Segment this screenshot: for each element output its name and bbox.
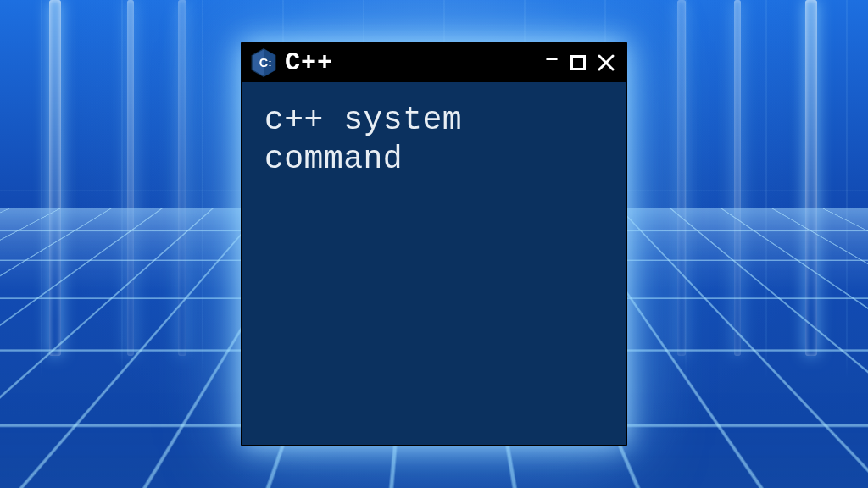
svg-text:C: C — [259, 56, 268, 69]
terminal-text-line: command — [264, 141, 403, 177]
svg-rect-5 — [572, 57, 585, 69]
maximize-button[interactable] — [570, 54, 587, 71]
titlebar[interactable]: C + + C++ – — [242, 43, 626, 82]
terminal-window-glow: C + + C++ – — [241, 42, 627, 446]
terminal-body[interactable]: c++ system command — [242, 82, 626, 445]
minimize-button[interactable]: – — [544, 47, 559, 72]
cpp-logo-icon: C + + — [251, 48, 276, 77]
window-title: C++ — [285, 48, 333, 77]
close-button[interactable] — [597, 53, 615, 72]
title-left-group: C + + C++ — [251, 48, 333, 77]
window-controls: – — [544, 50, 615, 75]
svg-text:+: + — [269, 58, 271, 64]
terminal-window: C + + C++ – — [241, 42, 627, 446]
svg-text:+: + — [269, 63, 271, 68]
terminal-text-line: c++ system — [264, 102, 462, 138]
